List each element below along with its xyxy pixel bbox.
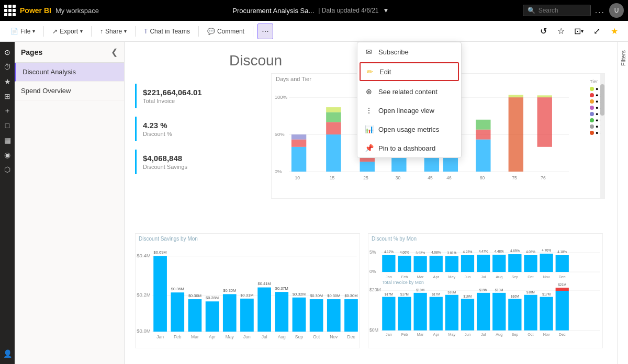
share-button[interactable]: ↑ Share ▾ (96, 26, 131, 37)
svg-text:60: 60 (480, 175, 485, 180)
svg-rect-12 (326, 107, 341, 112)
svg-text:$0.30M: $0.30M (344, 293, 357, 298)
svg-text:4.06%: 4.06% (400, 251, 409, 254)
page-item-spend-overview[interactable]: Spend Overview (15, 82, 124, 100)
sidebar-recents-icon[interactable]: ⏱ (1, 61, 14, 73)
svg-rect-138 (477, 293, 490, 331)
svg-text:Aug: Aug (278, 334, 286, 339)
file-button[interactable]: 📄 File ▾ (6, 26, 39, 37)
fit-button[interactable]: ⤢ (589, 24, 604, 39)
svg-rect-130 (413, 293, 427, 331)
subscribe-menu-item[interactable]: ✉ Subscribe (357, 42, 461, 61)
view-button[interactable]: ⊡ ▾ (571, 24, 586, 39)
sidebar-person-icon[interactable]: 👤 (1, 347, 14, 360)
svg-text:Apr: Apr (209, 334, 216, 339)
svg-text:4.05%: 4.05% (526, 250, 535, 254)
separator-5 (253, 26, 253, 37)
kpi-discount-pct-label: Discount % (143, 131, 250, 137)
chart-scrollbar-thumb[interactable] (600, 84, 604, 116)
svg-rect-67 (344, 299, 358, 332)
svg-text:Jan: Jan (386, 332, 392, 337)
svg-rect-13 (360, 162, 375, 172)
chat-in-teams-button[interactable]: T Chat in Teams (140, 26, 194, 37)
svg-text:$0.69M: $0.69M (154, 250, 167, 255)
chart-scrollbar[interactable] (600, 74, 604, 198)
svg-rect-27 (509, 95, 523, 97)
svg-rect-9 (326, 134, 341, 172)
search-icon: 🔍 (528, 7, 535, 14)
lineage-icon: ⋮ (365, 106, 373, 115)
sidebar-home-icon[interactable]: ⊙ (1, 46, 14, 59)
refresh-button[interactable]: ↺ (536, 24, 551, 39)
search-input[interactable] (539, 7, 580, 14)
svg-text:Jun: Jun (465, 332, 471, 337)
sidebar-apps-icon[interactable]: ⊞ (1, 90, 14, 103)
svg-text:50%: 50% (275, 131, 285, 137)
savings-chart-title: Discount Savings by Mon (139, 236, 198, 242)
svg-rect-144 (524, 295, 537, 331)
svg-rect-61 (293, 298, 306, 332)
sidebar-browse-icon[interactable]: □ (1, 119, 14, 132)
discount-pct-chart-title: Discount % by Mon (372, 236, 417, 242)
svg-rect-87 (398, 256, 411, 272)
svg-text:$0.35M: $0.35M (223, 288, 236, 293)
pin-dashboard-menu-item[interactable]: 📌 Pin to a dashboard (357, 139, 461, 157)
see-related-menu-item[interactable]: ⊛ See related content (357, 82, 461, 101)
svg-text:Oct: Oct (528, 275, 533, 279)
svg-rect-49 (188, 299, 202, 332)
svg-rect-149 (556, 288, 569, 291)
export-button[interactable]: ↗ Export ▾ (48, 26, 87, 37)
svg-text:$0.32M: $0.32M (293, 292, 306, 297)
svg-rect-25 (476, 120, 490, 130)
svg-text:45: 45 (428, 175, 433, 180)
avatar[interactable]: U (609, 3, 624, 18)
svg-text:Nov: Nov (543, 275, 550, 279)
svg-rect-47 (171, 292, 184, 332)
svg-rect-8 (291, 134, 306, 139)
comment-button[interactable]: 💬 Comment (203, 26, 249, 37)
more-menu-button[interactable]: ··· (257, 24, 273, 39)
sidebar-learn-icon[interactable]: ⬡ (1, 163, 14, 176)
svg-text:0%: 0% (369, 269, 376, 274)
lineage-view-menu-item[interactable]: ⋮ Open lineage view (357, 101, 461, 120)
more-options-icon[interactable]: ... (595, 6, 605, 15)
svg-text:4.65%: 4.65% (510, 249, 520, 253)
svg-text:0%: 0% (275, 168, 282, 174)
workspace-name[interactable]: My workspace (55, 7, 99, 15)
svg-text:$17M: $17M (432, 292, 440, 296)
collapse-pages-button[interactable]: ❮ (111, 47, 118, 57)
dropdown-chevron-icon[interactable]: ▼ (383, 7, 389, 14)
svg-text:Mar: Mar (417, 275, 424, 279)
bookmark-button[interactable]: ☆ (554, 24, 568, 39)
filters-label[interactable]: Filters (620, 50, 626, 66)
kpi-discount-pct-value: 4.23 % (143, 121, 250, 130)
svg-text:May: May (226, 334, 234, 339)
toolbar: 📄 File ▾ ↗ Export ▾ ↑ Share ▾ T Chat in … (0, 21, 628, 42)
svg-rect-53 (223, 294, 237, 332)
svg-text:Sep: Sep (511, 275, 518, 279)
edit-menu-item[interactable]: ✏ Edit (360, 62, 459, 81)
usage-metrics-menu-item[interactable]: 📊 Open usage metrics (357, 120, 461, 139)
kpi-discount-savings: $4,068,848 Discount Savings (135, 150, 250, 174)
svg-text:$0.30M: $0.30M (327, 293, 340, 298)
search-box[interactable]: 🔍 (523, 5, 591, 16)
svg-text:Jul: Jul (481, 275, 486, 279)
ellipsis-icon: ··· (262, 27, 268, 36)
svg-text:4.70%: 4.70% (542, 248, 551, 252)
main-layout: ⊙ ⏱ ★ ⊞ ＋ □ ▦ ◉ ⬡ 👤 Pages ❮ Discount Ana… (0, 42, 628, 364)
toolbar-right: ↺ ☆ ⊡ ▾ ⤢ ★ (536, 24, 622, 39)
sidebar-create-icon[interactable]: ＋ (1, 105, 14, 117)
sidebar-favorites-icon[interactable]: ★ (1, 75, 14, 88)
svg-text:75: 75 (512, 175, 517, 180)
svg-text:Jul: Jul (481, 332, 486, 337)
page-item-discount-analysis[interactable]: Discount Analysis (15, 63, 124, 82)
svg-text:$19M: $19M (479, 288, 488, 292)
separator-3 (135, 26, 136, 37)
apps-grid-icon[interactable] (4, 5, 16, 16)
favorite-star-button[interactable]: ★ (607, 24, 622, 39)
right-panel: Filters (618, 42, 628, 364)
svg-rect-148 (556, 291, 569, 331)
sidebar-monitor-icon[interactable]: ◉ (1, 149, 14, 161)
teams-icon: T (144, 28, 148, 35)
sidebar-data-icon[interactable]: ▦ (1, 134, 14, 146)
